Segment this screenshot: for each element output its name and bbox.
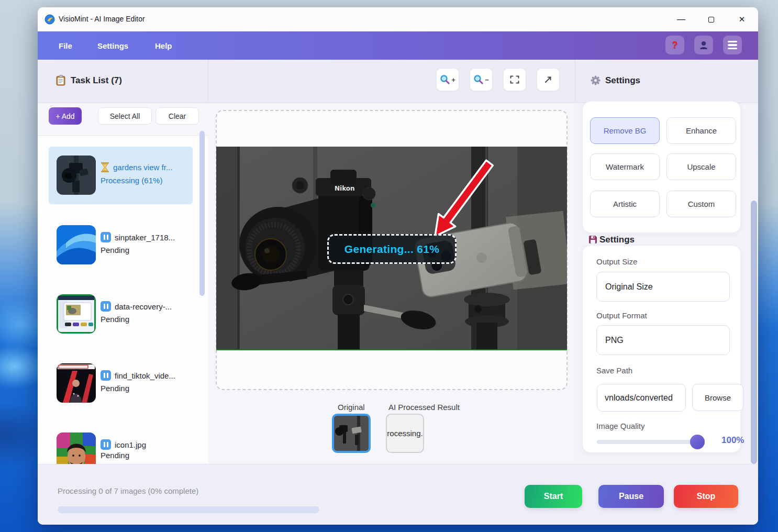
magnifier-minus-icon <box>473 74 484 85</box>
footer-bar: Processing 0 of 7 images (0% complete) S… <box>38 464 758 525</box>
result-thumbnail[interactable]: rocessing. <box>386 414 424 453</box>
title-bar: VisioMint - AI Image Editor — ✕ <box>38 7 758 31</box>
user-account-button[interactable] <box>694 36 713 54</box>
task-item-name[interactable]: data-recovery-... <box>101 301 172 312</box>
task-actions-row: + Add Select All Clear <box>38 103 208 136</box>
preview-image[interactable]: Nikon <box>216 147 567 350</box>
menu-settings[interactable]: Settings <box>94 39 131 52</box>
task-item-name[interactable]: icon1.jpg <box>101 439 146 450</box>
start-button[interactable]: Start <box>525 485 582 508</box>
task-item-status: Pending <box>101 246 129 254</box>
image-quality-slider[interactable] <box>597 440 704 444</box>
processed-edge-line <box>216 349 567 350</box>
menu-bar: File Settings Help ? <box>38 31 758 60</box>
window-title: VisioMint - AI Image Editor <box>59 15 145 23</box>
task-thumbnail[interactable] <box>57 294 96 334</box>
minimize-button[interactable]: — <box>672 12 690 27</box>
app-window: VisioMint - AI Image Editor — ✕ File Set… <box>38 7 758 525</box>
task-thumbnail[interactable] <box>57 156 96 195</box>
generating-progress-overlay: Generating... 61% <box>327 234 457 264</box>
settings-panel: Remove BG Enhance Watermark Upscale Arti… <box>575 103 758 464</box>
task-item-status: Pending <box>101 451 129 460</box>
magnifier-plus-icon <box>440 74 450 85</box>
clipboard-icon <box>56 75 66 86</box>
output-size-select[interactable]: Original Size <box>596 272 730 302</box>
original-thumbnail[interactable] <box>332 414 371 453</box>
mode-upscale-button[interactable]: Upscale <box>666 153 736 180</box>
task-item-status: Processing (61%) <box>101 176 162 185</box>
task-item-status: Pending <box>101 384 129 393</box>
pause-badge-icon <box>101 232 111 242</box>
task-list-panel: + Add Select All Clear <box>38 103 208 464</box>
pause-badge-icon <box>101 370 111 381</box>
pause-button[interactable]: Pause <box>598 485 664 508</box>
help-question-button[interactable]: ? <box>665 36 684 54</box>
save-path-input[interactable] <box>597 384 686 412</box>
expand-button[interactable] <box>537 68 560 91</box>
save-path-label: Save Path <box>596 366 632 375</box>
add-task-button[interactable]: + Add <box>49 107 82 125</box>
task-item-name[interactable]: gardens view fr... <box>101 162 172 172</box>
gear-icon <box>591 75 601 85</box>
zoom-in-button[interactable]: + <box>436 68 459 91</box>
minus-sign: − <box>485 76 489 84</box>
hamburger-menu-button[interactable] <box>723 36 742 54</box>
task-list-title: Task List (7) <box>71 75 122 86</box>
settings-panel-title: Settings <box>605 75 640 86</box>
select-all-button[interactable]: Select All <box>98 107 152 125</box>
task-item-name-text: gardens view fr... <box>113 163 172 172</box>
output-size-label: Output Size <box>596 257 637 266</box>
mode-custom-button[interactable]: Custom <box>666 191 736 217</box>
clear-button[interactable]: Clear <box>155 107 199 125</box>
menu-help[interactable]: Help <box>152 39 175 52</box>
user-icon <box>698 40 709 50</box>
maximize-button[interactable] <box>702 12 720 27</box>
mode-remove-bg-button[interactable]: Remove BG <box>590 117 660 144</box>
task-item-status: Pending <box>101 315 129 324</box>
task-list: gardens view fr... Processing (61%) sinp… <box>38 136 208 464</box>
menu-file[interactable]: File <box>55 39 75 52</box>
task-thumbnail[interactable] <box>57 363 96 403</box>
footer-progress-bar <box>58 506 319 513</box>
task-item-name[interactable]: sinptaker_1718... <box>101 232 175 242</box>
app-logo-icon <box>45 14 55 25</box>
browse-button[interactable]: Browse <box>692 384 743 411</box>
plus-sign: + <box>451 76 455 84</box>
mode-artistic-button[interactable]: Artistic <box>590 191 660 217</box>
pause-badge-icon <box>101 301 111 312</box>
task-item-name-text: find_tiktok_vide... <box>115 371 175 380</box>
maximize-icon <box>708 17 714 23</box>
image-quality-value: 100% <box>721 435 744 446</box>
settings-scrollbar[interactable] <box>751 201 757 464</box>
task-thumbnail[interactable] <box>57 433 96 464</box>
svg-text:Nikon: Nikon <box>335 185 355 192</box>
preview-area: Nikon <box>208 103 575 464</box>
task-thumbnail[interactable] <box>57 225 96 264</box>
fit-frame-icon <box>510 75 519 84</box>
result-label: AI Processed Result <box>388 403 460 412</box>
zoom-out-button[interactable]: − <box>470 68 493 91</box>
output-format-select[interactable]: PNG <box>596 325 730 355</box>
fit-to-screen-button[interactable] <box>503 68 526 91</box>
task-list-scrollbar[interactable] <box>199 131 205 296</box>
mode-enhance-button[interactable]: Enhance <box>666 117 736 144</box>
original-label: Original <box>338 403 365 412</box>
mode-watermark-button[interactable]: Watermark <box>590 153 660 180</box>
slider-thumb[interactable] <box>690 435 705 449</box>
image-quality-label: Image Quality <box>596 422 645 430</box>
close-button[interactable]: ✕ <box>733 12 751 27</box>
task-item-name-text: data-recovery-... <box>115 302 172 311</box>
footer-status-text: Processing 0 of 7 images (0% complete) <box>58 486 198 495</box>
stop-button[interactable]: Stop <box>674 485 738 508</box>
header-strip: Task List (7) + − <box>38 60 758 103</box>
processing-modes-card: Remove BG Enhance Watermark Upscale Arti… <box>582 101 741 233</box>
task-item-name-text: icon1.jpg <box>115 440 146 449</box>
hourglass-icon <box>101 162 109 172</box>
output-format-label: Output Format <box>596 311 647 320</box>
task-item-name[interactable]: find_tiktok_vide... <box>101 370 175 381</box>
diagonal-arrow-icon <box>543 75 553 84</box>
save-settings-title: Settings <box>599 235 635 245</box>
pause-badge-icon <box>101 439 111 450</box>
floppy-save-icon <box>588 235 597 244</box>
task-item-name-text: sinptaker_1718... <box>115 233 175 242</box>
